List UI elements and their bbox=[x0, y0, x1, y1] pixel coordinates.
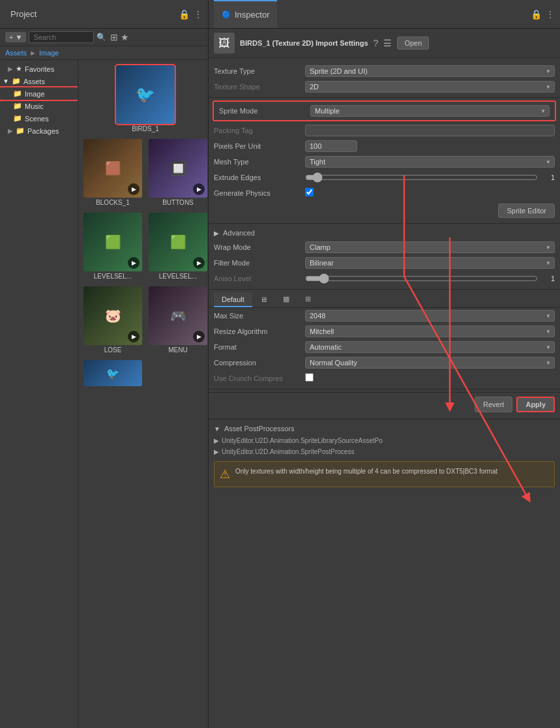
folder-icon-music: 📁 bbox=[13, 102, 22, 110]
texture-shape-value[interactable]: 2D bbox=[305, 81, 555, 93]
tab-mobile[interactable]: ▦ bbox=[275, 292, 297, 307]
tree-item-favorites[interactable]: ▶ ★ Favorites bbox=[0, 63, 78, 75]
max-size-value[interactable]: 2048 bbox=[305, 310, 555, 322]
texture-type-value[interactable]: Sprite (2D and UI) bbox=[305, 65, 555, 77]
asset-item-birds1[interactable]: 🐦 BIRDS_1 bbox=[81, 63, 208, 135]
max-size-select[interactable]: 2048 bbox=[305, 310, 555, 322]
wrap-mode-select[interactable]: Clamp bbox=[305, 241, 555, 253]
star-icon[interactable]: ★ bbox=[121, 32, 129, 42]
bottom-buttons: Revert Apply bbox=[209, 392, 560, 416]
advanced-section-header[interactable]: ▶ Advanced bbox=[209, 226, 560, 239]
divider3 bbox=[209, 289, 560, 290]
pixels-per-unit-input[interactable] bbox=[305, 140, 357, 152]
filter-icon[interactable]: ⊞ bbox=[110, 32, 118, 42]
more-icon[interactable]: ⋮ bbox=[194, 9, 203, 20]
post-processor-item-1[interactable]: ▶ UnityEditor.U2D.Animation.SpriteLibrar… bbox=[209, 435, 560, 446]
use-crunch-checkbox[interactable] bbox=[305, 373, 314, 382]
play-icon2: ▶ bbox=[193, 183, 205, 195]
format-select[interactable]: Automatic bbox=[305, 341, 555, 353]
asset-item-levelsel2[interactable]: 🟩 ▶ LEVELSEL... bbox=[146, 210, 208, 282]
sprite-mode-value[interactable]: Multiple bbox=[310, 105, 550, 117]
tab-default[interactable]: Default bbox=[214, 292, 252, 307]
use-crunch-value bbox=[305, 373, 555, 384]
open-button[interactable]: Open bbox=[397, 37, 429, 50]
folder-icon: 📁 bbox=[12, 77, 21, 85]
asset-item-blocks1[interactable]: 🟫 ▶ BLOCKS_1 bbox=[81, 136, 145, 209]
tree-item-image[interactable]: 📁 Image bbox=[0, 87, 78, 100]
inspector-panel: 🖼 BIRDS_1 (Texture 2D) Import Settings ?… bbox=[209, 29, 560, 728]
post-processors-header[interactable]: ▼ Asset PostProcessors bbox=[209, 422, 560, 435]
star-icon: ★ bbox=[16, 65, 22, 73]
breadcrumb-image[interactable]: Image bbox=[39, 49, 59, 57]
generate-physics-checkbox[interactable] bbox=[305, 188, 314, 196]
inspector-lock-icon[interactable]: 🔒 bbox=[531, 9, 542, 20]
warning-box: ⚠ Only textures with width/height being … bbox=[214, 461, 555, 487]
mesh-type-value[interactable]: Tight bbox=[305, 156, 555, 168]
compression-select[interactable]: Normal Quality bbox=[305, 357, 555, 369]
tab-web[interactable]: ⊞ bbox=[297, 292, 319, 307]
extrude-edges-slider[interactable] bbox=[305, 172, 538, 183]
asset-item-partial[interactable]: 🐦 bbox=[81, 357, 145, 389]
revert-button[interactable]: Revert bbox=[475, 397, 512, 412]
filter-mode-select[interactable]: Bilinear bbox=[305, 257, 555, 269]
inspector-tab[interactable]: 🔵 Inspector bbox=[214, 0, 277, 28]
tree-item-packages[interactable]: ▶ 📁 Packages bbox=[0, 125, 78, 137]
wrap-mode-value[interactable]: Clamp bbox=[305, 241, 555, 253]
mesh-type-select[interactable]: Tight bbox=[305, 156, 555, 168]
packing-tag-input[interactable] bbox=[305, 125, 555, 136]
project-tab[interactable]: Project bbox=[5, 9, 42, 19]
inspector-more-icon[interactable]: ⋮ bbox=[546, 9, 555, 20]
lock-icon[interactable]: 🔒 bbox=[179, 9, 190, 20]
post-processors-label: Asset PostProcessors bbox=[224, 425, 295, 432]
tab-desktop[interactable]: 🖥 bbox=[252, 292, 275, 307]
sprite-editor-button[interactable]: Sprite Editor bbox=[498, 204, 555, 218]
sprite-mode-label: Sprite Mode bbox=[219, 107, 310, 115]
apply-button[interactable]: Apply bbox=[516, 397, 555, 412]
tree-item-music[interactable]: 📁 Music bbox=[0, 100, 78, 112]
asset-item-buttons[interactable]: 🔲 ▶ BUTTONS bbox=[146, 136, 208, 209]
add-button[interactable]: + ▼ bbox=[5, 32, 26, 42]
resize-algorithm-value[interactable]: Mitchell bbox=[305, 326, 555, 337]
pixels-per-unit-row: Pixels Per Unit bbox=[209, 138, 560, 154]
packing-tag-label: Packing Tag bbox=[214, 127, 305, 134]
post-processor-item-2[interactable]: ▶ UnityEditor.U2D.Animation.SpritePostPr… bbox=[209, 446, 560, 457]
texture-type-select[interactable]: Sprite (2D and UI) bbox=[305, 65, 555, 77]
texture-shape-row: Texture Shape 2D bbox=[209, 79, 560, 95]
chevron-right-icon3: ▶ bbox=[214, 437, 219, 444]
chevron-down-icon2: ▼ bbox=[214, 425, 220, 432]
divider1 bbox=[209, 97, 560, 98]
project-panel: + ▼ 🔍 ⊞ ★ Assets ► Image ▶ ★ Favorites ▼ bbox=[0, 29, 209, 728]
search-input[interactable] bbox=[29, 31, 94, 43]
sprite-mode-highlighted: Sprite Mode Multiple bbox=[213, 100, 556, 121]
asset-item-levelsel1[interactable]: 🟩 ▶ LEVELSEL... bbox=[81, 210, 145, 282]
tree-packages-label: Packages bbox=[27, 127, 59, 135]
asset-item-lose[interactable]: 🐷 ▶ LOSE bbox=[81, 284, 145, 356]
format-label: Format bbox=[214, 343, 305, 351]
tree-favorites-label: Favorites bbox=[25, 65, 54, 73]
texture-shape-select[interactable]: 2D bbox=[305, 81, 555, 93]
breadcrumb-assets[interactable]: Assets bbox=[5, 49, 27, 57]
divider4 bbox=[209, 389, 560, 389]
format-value[interactable]: Automatic bbox=[305, 341, 555, 353]
sprite-mode-select[interactable]: Multiple bbox=[310, 105, 550, 117]
chevron-icon: ▶ bbox=[8, 65, 13, 72]
inspector-tab-label: Inspector bbox=[235, 10, 269, 20]
help-icon[interactable]: ? bbox=[374, 38, 379, 48]
mobile-icon: ▦ bbox=[283, 295, 289, 303]
play-icon3: ▶ bbox=[128, 257, 140, 269]
aniso-level-slider[interactable] bbox=[305, 273, 538, 284]
asset-thumb-partial: 🐦 bbox=[83, 360, 142, 386]
sprite-editor-container: Sprite Editor bbox=[209, 201, 560, 220]
chevron-right-icon: ▶ bbox=[8, 127, 13, 134]
resize-algorithm-select[interactable]: Mitchell bbox=[305, 326, 555, 337]
asset-thumb-blocks1: 🟫 ▶ bbox=[83, 139, 142, 198]
asset-item-menu[interactable]: 🎮 ▶ MENU bbox=[146, 284, 208, 356]
settings-icon[interactable]: ☰ bbox=[383, 38, 392, 48]
tree-item-scenes[interactable]: 📁 Scenes bbox=[0, 112, 78, 125]
compression-value[interactable]: Normal Quality bbox=[305, 357, 555, 369]
tree-item-assets[interactable]: ▼ 📁 Assets bbox=[0, 75, 78, 87]
filter-mode-value[interactable]: Bilinear bbox=[305, 257, 555, 269]
inspector-header: 🖼 BIRDS_1 (Texture 2D) Import Settings ?… bbox=[209, 29, 560, 58]
play-icon4: ▶ bbox=[193, 257, 205, 269]
folder-icon-packages: 📁 bbox=[16, 127, 25, 135]
